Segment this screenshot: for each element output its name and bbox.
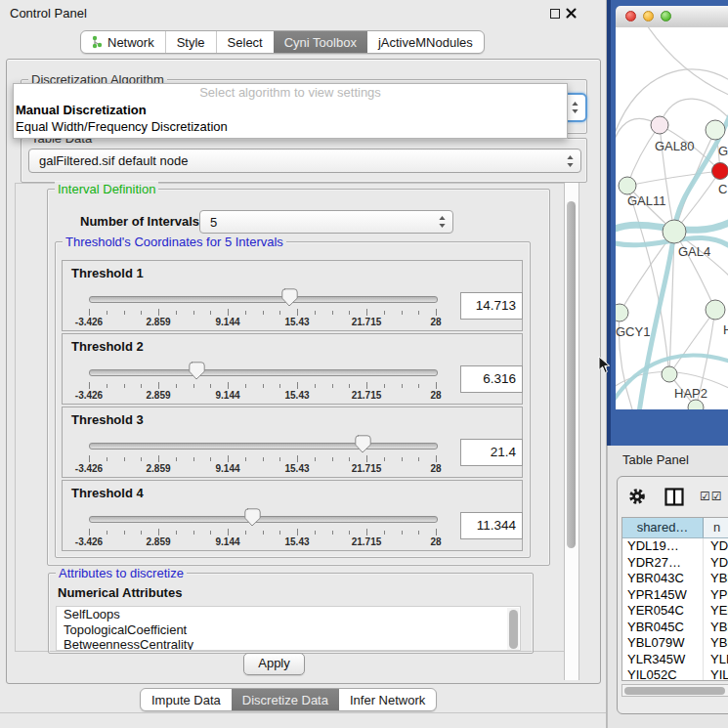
gear-icon[interactable]	[628, 488, 646, 505]
scrollbar-thumb[interactable]	[567, 201, 576, 548]
network-node[interactable]	[712, 163, 728, 180]
tab-impute-data[interactable]: Impute Data	[141, 689, 232, 710]
numerical-attributes-list[interactable]: SelfLoopsTopologicalCoefficientBetweenne…	[56, 606, 521, 651]
attribute-item-selfloops[interactable]: SelfLoops	[57, 607, 520, 622]
column-header-shared-name[interactable]: shared…	[622, 518, 704, 537]
slider-ticks	[89, 455, 436, 463]
cell-name: YPR14	[703, 587, 728, 604]
slider-tick	[297, 382, 298, 389]
slider-tick	[418, 531, 419, 535]
slider-tick	[418, 457, 419, 461]
table-row[interactable]: YPR145WYPR14	[622, 587, 728, 604]
slider-tick-label: 21.715	[337, 390, 396, 401]
slider-track[interactable]	[89, 369, 438, 376]
apply-button[interactable]: Apply	[243, 653, 305, 675]
slider-track[interactable]	[89, 443, 438, 450]
tab-cyni-toolbox[interactable]: Cyni Toolbox	[274, 31, 367, 53]
table-row[interactable]: YBR045CYBR04	[622, 620, 728, 636]
dropdown-hint-option[interactable]: Select algorithm to view settings	[14, 84, 567, 102]
slider-thumb[interactable]	[188, 362, 205, 380]
network-canvas[interactable]: GAL80GACGAL11GAL4GCY1HHAP2	[616, 27, 728, 409]
window-close-button[interactable]	[625, 11, 636, 21]
tab-jactivemnodules[interactable]: jActiveMNodules	[367, 31, 484, 53]
table-row[interactable]: YDR27…YDR27	[622, 555, 728, 572]
table-row[interactable]: YDL19…YDL19	[622, 538, 728, 555]
tab-select[interactable]: Select	[216, 31, 274, 53]
tab-network[interactable]: Network	[81, 31, 165, 53]
table-row[interactable]: YIL052CYIL05	[622, 667, 728, 681]
checkbox-filter-icons[interactable]: ☑☑	[700, 490, 723, 503]
network-node[interactable]	[706, 300, 725, 320]
tab-style[interactable]: Style	[165, 31, 216, 53]
close-panel-icon[interactable]	[566, 8, 577, 19]
node-label-gal11: GAL11	[627, 193, 666, 208]
network-node[interactable]	[663, 220, 686, 243]
horizontal-scrollbar[interactable]	[621, 684, 728, 697]
slider-tick	[384, 531, 385, 535]
column-header-name[interactable]: n	[704, 518, 728, 537]
table-data-combobox[interactable]: galFiltered.sif default node	[28, 149, 581, 173]
tab-label: Infer Network	[350, 693, 425, 707]
list-scrollbar[interactable]	[507, 608, 519, 651]
slider-tick-label: 9.144	[198, 536, 257, 547]
slider-track[interactable]	[89, 516, 438, 523]
network-node[interactable]	[662, 366, 677, 382]
cell-name: YLR34	[703, 652, 728, 668]
combobox-value: galFiltered.sif default node	[39, 153, 188, 168]
slider-thumb[interactable]	[354, 435, 371, 453]
threshold-value-field[interactable]: 11.344	[460, 512, 523, 539]
dropdown-option-manual-discretization[interactable]: Manual Discretization	[14, 102, 567, 118]
network-node[interactable]	[706, 120, 725, 140]
table-row[interactable]: YLR345WYLR34	[622, 652, 728, 668]
dropdown-option-equal-width-frequency-discretization[interactable]: Equal Width/Frequency Discretization	[14, 118, 567, 135]
screen: { "title_bar": { "title": "Control Panel…	[0, 0, 728, 728]
slider-tick	[158, 455, 159, 462]
slider-tick	[210, 457, 211, 461]
slider-thumb[interactable]	[280, 288, 298, 307]
attribute-item-topologicalcoefficient[interactable]: TopologicalCoefficient	[57, 622, 520, 638]
cyni-toolbox-panel: Discretization Algorithm Select algorith…	[6, 59, 601, 684]
table-row[interactable]: YBL079WYBL07	[622, 635, 728, 652]
slider-tick-label: 9.144	[198, 317, 257, 327]
table-row[interactable]: YER054CYER05	[622, 603, 728, 620]
window-zoom-button[interactable]	[661, 11, 671, 21]
threshold-value-field[interactable]: 14.713	[460, 292, 523, 320]
slider-tick	[315, 457, 316, 461]
algorithm-dropdown-popup: Select algorithm to view settings Manual…	[13, 83, 568, 139]
network-window-titlebar[interactable]	[616, 6, 728, 28]
table-row[interactable]: YBR043CYBR04	[622, 571, 728, 587]
slider-tick	[332, 384, 333, 388]
split-columns-icon[interactable]	[664, 488, 684, 506]
vertical-scrollbar[interactable]	[564, 183, 579, 680]
slider-tick	[176, 531, 177, 535]
window-minimize-button[interactable]	[643, 11, 654, 21]
node-attribute-table[interactable]: shared…nYDL19…YDL19YDR27…YDR27YBR043CYBR…	[621, 517, 728, 681]
slider-tick	[193, 531, 194, 535]
attribute-item-betweennesscentrality[interactable]: BetweennessCentrality	[57, 637, 520, 651]
tab-label: jActiveMNodules	[378, 35, 473, 50]
stepper-arrows-icon	[572, 102, 578, 114]
number-of-intervals-combobox[interactable]: 5	[199, 210, 453, 234]
network-node[interactable]	[619, 177, 636, 194]
slider-tick	[332, 311, 333, 315]
network-node[interactable]	[616, 304, 628, 321]
tab-discretize-data[interactable]: Discretize Data	[232, 689, 339, 710]
slider-tick	[210, 531, 211, 535]
threshold-value-field[interactable]: 6.316	[460, 365, 523, 393]
slider-track[interactable]	[89, 296, 438, 303]
slider-ticks	[89, 382, 436, 390]
slider-tick	[402, 531, 403, 535]
threshold-value-field[interactable]: 21.4	[460, 439, 523, 466]
slider-tick	[349, 311, 350, 315]
slider-tick-label: 9.144	[198, 463, 257, 474]
slider-tick	[349, 531, 350, 535]
scrollbar-thumb[interactable]	[624, 687, 725, 695]
scrollbar-thumb[interactable]	[509, 610, 518, 649]
float-panel-icon[interactable]	[550, 9, 560, 19]
tab-infer-network[interactable]: Infer Network	[339, 689, 436, 710]
slider-tick	[89, 455, 90, 462]
table-toolbar: ☑☑	[618, 477, 728, 516]
slider-thumb[interactable]	[243, 508, 261, 527]
network-node[interactable]	[651, 116, 668, 134]
slider-tick-label: 28	[407, 463, 465, 474]
